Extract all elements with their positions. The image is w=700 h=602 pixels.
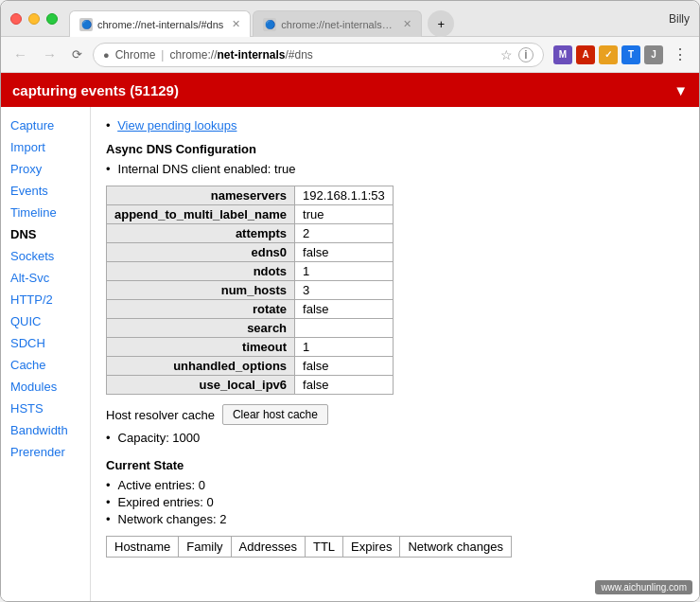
dns-table-key: use_local_ipv6 — [107, 376, 295, 395]
sidebar-item-sdch[interactable]: SDCH — [1, 332, 90, 354]
event-bar-arrow[interactable]: ▼ — [674, 82, 688, 98]
watermark: www.aichunling.com — [595, 580, 692, 594]
dns-table-row: search — [107, 319, 394, 338]
minimize-button[interactable] — [28, 13, 40, 25]
sidebar-item-http2[interactable]: HTTP/2 — [1, 289, 90, 310]
network-changes-text: Network changes: 2 — [118, 512, 227, 526]
capacity-item: Capacity: 1000 — [106, 431, 684, 445]
expired-entries-text: Expired entries: 0 — [118, 495, 214, 509]
dns-table-row: timeout1 — [107, 338, 394, 357]
address-url-base: chrome:// — [169, 48, 217, 62]
tab-close-active[interactable]: ✕ — [232, 18, 240, 30]
tab-favicon: 🔵 — [79, 18, 93, 31]
maximize-button[interactable] — [46, 13, 58, 25]
sidebar-item-alt-svc[interactable]: Alt-Svc — [1, 267, 90, 289]
tab-inactive[interactable]: 🔵 chrome://net-internals/#socke... ✕ — [253, 10, 422, 37]
sidebar-item-cache[interactable]: Cache — [1, 354, 90, 376]
state-table-header: Hostname — [107, 537, 179, 558]
reload-button[interactable]: ⟳ — [67, 44, 87, 64]
chrome-menu-button[interactable]: ⋮ — [669, 44, 691, 65]
sidebar-item-hsts[interactable]: HSTS — [1, 398, 90, 419]
address-url-bold: net-internals — [217, 48, 285, 62]
state-table-header: Expires — [343, 537, 400, 558]
ext-icon-5[interactable]: J — [644, 45, 663, 64]
dns-config-table: nameservers192.168.1.1:53append_to_multi… — [106, 186, 394, 395]
dns-table-value: false — [295, 243, 394, 262]
back-button[interactable]: ← — [9, 44, 32, 65]
main-content: CaptureImportProxyEventsTimelineDNSSocke… — [1, 107, 699, 601]
forward-button[interactable]: → — [38, 44, 61, 65]
dns-table-value: true — [295, 205, 394, 224]
dns-table-value — [295, 319, 394, 338]
dns-table-value: false — [295, 357, 394, 376]
event-bar-title: capturing events (51129) — [12, 82, 179, 98]
dns-table-key: attempts — [107, 224, 295, 243]
dns-table-value: 1 — [295, 338, 394, 357]
dns-table-row: edns0false — [107, 243, 394, 262]
sidebar-item-sockets[interactable]: Sockets — [1, 245, 90, 267]
sidebar-item-modules[interactable]: Modules — [1, 376, 90, 398]
dns-table-row: rotatefalse — [107, 300, 394, 319]
view-pending-link[interactable]: View pending lookups — [117, 118, 236, 133]
expired-entries-item: Expired entries: 0 — [106, 495, 684, 509]
dns-table-key: append_to_multi_label_name — [107, 205, 295, 224]
ext-icon-3[interactable]: ✓ — [599, 45, 618, 64]
sidebar-item-capture[interactable]: Capture — [1, 115, 90, 136]
state-table-header-row: HostnameFamilyAddressesTTLExpiresNetwork… — [107, 537, 512, 558]
internal-dns-text: Internal DNS client enabled: true — [118, 162, 296, 176]
tab-close-inactive[interactable]: ✕ — [403, 18, 411, 30]
content-area: • View pending lookups Async DNS Configu… — [91, 107, 699, 601]
dns-table-key: unhandled_options — [107, 357, 295, 376]
host-resolver-label: Host resolver cache — [106, 408, 215, 422]
dns-table-key: rotate — [107, 300, 295, 319]
state-table-header: Family — [179, 537, 231, 558]
async-dns-title: Async DNS Configuration — [106, 142, 684, 156]
event-bar: capturing events (51129) ▼ — [1, 73, 699, 107]
bullet-view-pending: • — [106, 118, 111, 133]
sidebar-item-quic[interactable]: QUIC — [1, 310, 90, 332]
tabs-bar: 🔵 chrome://net-internals/#dns ✕ 🔵 chrome… — [69, 1, 669, 36]
tab-active-url: chrome://net-internals/#dns — [97, 19, 223, 30]
active-entries-text: Active entries: 0 — [118, 478, 206, 492]
address-lock-icon: ● — [103, 49, 110, 61]
dns-table-value: 3 — [295, 281, 394, 300]
dns-table-key: nameservers — [107, 186, 295, 205]
sidebar-item-timeline[interactable]: Timeline — [1, 202, 90, 223]
address-url: chrome://net-internals/#dns — [169, 48, 491, 62]
address-separator: | — [161, 48, 164, 62]
sidebar-item-events[interactable]: Events — [1, 180, 90, 202]
ext-icon-1[interactable]: M — [553, 45, 572, 64]
internal-dns-item: Internal DNS client enabled: true — [106, 162, 684, 176]
network-changes-item: Network changes: 2 — [106, 512, 684, 526]
close-button[interactable] — [10, 13, 22, 25]
dns-table-key: ndots — [107, 262, 295, 281]
dns-table-row: use_local_ipv6false — [107, 376, 394, 395]
sidebar-item-prerender[interactable]: Prerender — [1, 441, 90, 463]
dns-table-row: unhandled_optionsfalse — [107, 357, 394, 376]
dns-table-value: 192.168.1.1:53 — [295, 186, 394, 205]
clear-host-cache-button[interactable]: Clear host cache — [222, 404, 328, 425]
sidebar-item-bandwidth[interactable]: Bandwidth — [1, 419, 90, 441]
ext-icon-2[interactable]: A — [576, 45, 595, 64]
dns-table-row: ndots1 — [107, 262, 394, 281]
tab-inactive-url: chrome://net-internals/#socke... — [281, 19, 394, 30]
ext-icon-4[interactable]: T — [621, 45, 640, 64]
extensions-bar: M A ✓ T J — [553, 45, 663, 64]
state-table-header: Addresses — [231, 537, 305, 558]
dns-table-key: num_hosts — [107, 281, 295, 300]
state-table-header: Network changes — [400, 537, 511, 558]
dns-table-row: num_hosts3 — [107, 281, 394, 300]
titlebar: 🔵 chrome://net-internals/#dns ✕ 🔵 chrome… — [1, 1, 699, 37]
new-tab-button[interactable]: + — [428, 10, 454, 37]
sidebar: CaptureImportProxyEventsTimelineDNSSocke… — [1, 107, 91, 601]
tab-active[interactable]: 🔵 chrome://net-internals/#dns ✕ — [69, 10, 251, 37]
address-bar[interactable]: ● Chrome | chrome://net-internals/#dns ☆… — [93, 43, 544, 67]
navbar: ← → ⟳ ● Chrome | chrome://net-internals/… — [1, 37, 699, 73]
bookmark-star-icon[interactable]: ☆ — [500, 47, 513, 62]
traffic-lights — [10, 13, 58, 25]
info-icon[interactable]: i — [518, 47, 534, 62]
sidebar-item-import[interactable]: Import — [1, 136, 90, 158]
address-chrome-label: Chrome — [115, 48, 156, 62]
dns-table-row: nameservers192.168.1.1:53 — [107, 186, 394, 205]
sidebar-item-proxy[interactable]: Proxy — [1, 158, 90, 180]
